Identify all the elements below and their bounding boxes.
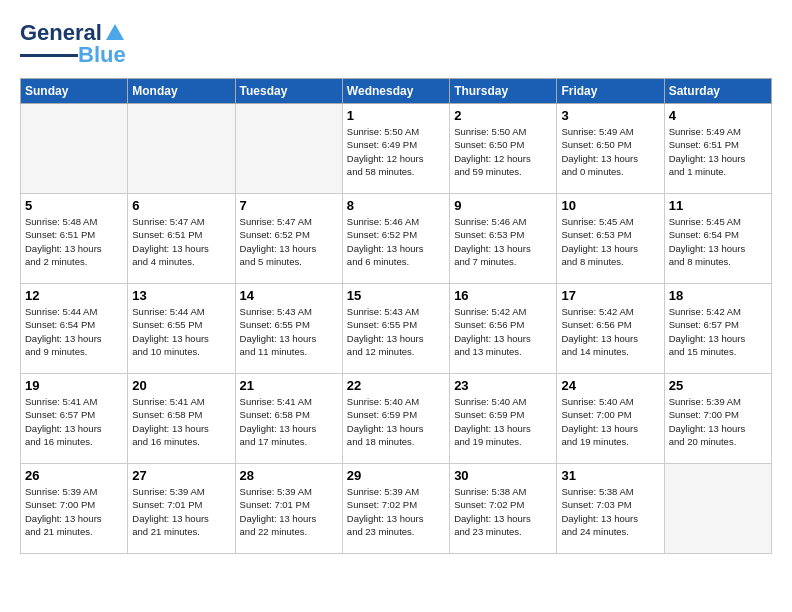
weekday-header-friday: Friday — [557, 79, 664, 104]
day-number: 5 — [25, 198, 123, 213]
day-number: 31 — [561, 468, 659, 483]
day-number: 14 — [240, 288, 338, 303]
day-cell: 7Sunrise: 5:47 AM Sunset: 6:52 PM Daylig… — [235, 194, 342, 284]
day-cell: 31Sunrise: 5:38 AM Sunset: 7:03 PM Dayli… — [557, 464, 664, 554]
logo-icon — [104, 22, 126, 44]
day-number: 21 — [240, 378, 338, 393]
day-number: 11 — [669, 198, 767, 213]
day-number: 8 — [347, 198, 445, 213]
day-number: 1 — [347, 108, 445, 123]
day-cell: 8Sunrise: 5:46 AM Sunset: 6:52 PM Daylig… — [342, 194, 449, 284]
day-info: Sunrise: 5:45 AM Sunset: 6:53 PM Dayligh… — [561, 215, 659, 268]
day-number: 7 — [240, 198, 338, 213]
day-info: Sunrise: 5:40 AM Sunset: 6:59 PM Dayligh… — [454, 395, 552, 448]
day-number: 3 — [561, 108, 659, 123]
day-cell: 27Sunrise: 5:39 AM Sunset: 7:01 PM Dayli… — [128, 464, 235, 554]
day-cell: 15Sunrise: 5:43 AM Sunset: 6:55 PM Dayli… — [342, 284, 449, 374]
day-info: Sunrise: 5:41 AM Sunset: 6:58 PM Dayligh… — [240, 395, 338, 448]
week-row-4: 19Sunrise: 5:41 AM Sunset: 6:57 PM Dayli… — [21, 374, 772, 464]
day-cell: 18Sunrise: 5:42 AM Sunset: 6:57 PM Dayli… — [664, 284, 771, 374]
day-number: 16 — [454, 288, 552, 303]
day-info: Sunrise: 5:48 AM Sunset: 6:51 PM Dayligh… — [25, 215, 123, 268]
day-info: Sunrise: 5:47 AM Sunset: 6:52 PM Dayligh… — [240, 215, 338, 268]
day-number: 28 — [240, 468, 338, 483]
calendar-table: SundayMondayTuesdayWednesdayThursdayFrid… — [20, 78, 772, 554]
day-info: Sunrise: 5:41 AM Sunset: 6:58 PM Dayligh… — [132, 395, 230, 448]
day-cell: 2Sunrise: 5:50 AM Sunset: 6:50 PM Daylig… — [450, 104, 557, 194]
day-info: Sunrise: 5:46 AM Sunset: 6:52 PM Dayligh… — [347, 215, 445, 268]
page-header: General Blue — [20, 20, 772, 68]
day-number: 24 — [561, 378, 659, 393]
week-row-5: 26Sunrise: 5:39 AM Sunset: 7:00 PM Dayli… — [21, 464, 772, 554]
day-number: 26 — [25, 468, 123, 483]
week-row-3: 12Sunrise: 5:44 AM Sunset: 6:54 PM Dayli… — [21, 284, 772, 374]
day-info: Sunrise: 5:40 AM Sunset: 7:00 PM Dayligh… — [561, 395, 659, 448]
day-number: 4 — [669, 108, 767, 123]
day-cell: 25Sunrise: 5:39 AM Sunset: 7:00 PM Dayli… — [664, 374, 771, 464]
day-info: Sunrise: 5:41 AM Sunset: 6:57 PM Dayligh… — [25, 395, 123, 448]
day-cell — [21, 104, 128, 194]
day-info: Sunrise: 5:49 AM Sunset: 6:50 PM Dayligh… — [561, 125, 659, 178]
day-info: Sunrise: 5:39 AM Sunset: 7:01 PM Dayligh… — [240, 485, 338, 538]
day-cell: 19Sunrise: 5:41 AM Sunset: 6:57 PM Dayli… — [21, 374, 128, 464]
day-number: 13 — [132, 288, 230, 303]
logo-blue: Blue — [78, 42, 126, 68]
day-number: 15 — [347, 288, 445, 303]
svg-marker-0 — [106, 24, 124, 40]
day-info: Sunrise: 5:47 AM Sunset: 6:51 PM Dayligh… — [132, 215, 230, 268]
day-cell: 17Sunrise: 5:42 AM Sunset: 6:56 PM Dayli… — [557, 284, 664, 374]
weekday-header-saturday: Saturday — [664, 79, 771, 104]
day-cell: 4Sunrise: 5:49 AM Sunset: 6:51 PM Daylig… — [664, 104, 771, 194]
day-info: Sunrise: 5:39 AM Sunset: 7:02 PM Dayligh… — [347, 485, 445, 538]
day-number: 12 — [25, 288, 123, 303]
day-number: 27 — [132, 468, 230, 483]
day-info: Sunrise: 5:39 AM Sunset: 7:01 PM Dayligh… — [132, 485, 230, 538]
day-cell: 3Sunrise: 5:49 AM Sunset: 6:50 PM Daylig… — [557, 104, 664, 194]
day-number: 18 — [669, 288, 767, 303]
day-number: 22 — [347, 378, 445, 393]
day-cell: 12Sunrise: 5:44 AM Sunset: 6:54 PM Dayli… — [21, 284, 128, 374]
day-info: Sunrise: 5:39 AM Sunset: 7:00 PM Dayligh… — [25, 485, 123, 538]
day-cell: 13Sunrise: 5:44 AM Sunset: 6:55 PM Dayli… — [128, 284, 235, 374]
day-number: 23 — [454, 378, 552, 393]
weekday-header-tuesday: Tuesday — [235, 79, 342, 104]
weekday-header-sunday: Sunday — [21, 79, 128, 104]
day-number: 25 — [669, 378, 767, 393]
day-info: Sunrise: 5:39 AM Sunset: 7:00 PM Dayligh… — [669, 395, 767, 448]
day-cell: 28Sunrise: 5:39 AM Sunset: 7:01 PM Dayli… — [235, 464, 342, 554]
day-number: 6 — [132, 198, 230, 213]
day-number: 10 — [561, 198, 659, 213]
day-info: Sunrise: 5:44 AM Sunset: 6:55 PM Dayligh… — [132, 305, 230, 358]
day-info: Sunrise: 5:43 AM Sunset: 6:55 PM Dayligh… — [347, 305, 445, 358]
day-cell — [128, 104, 235, 194]
day-number: 30 — [454, 468, 552, 483]
day-cell: 29Sunrise: 5:39 AM Sunset: 7:02 PM Dayli… — [342, 464, 449, 554]
day-cell: 23Sunrise: 5:40 AM Sunset: 6:59 PM Dayli… — [450, 374, 557, 464]
day-cell: 21Sunrise: 5:41 AM Sunset: 6:58 PM Dayli… — [235, 374, 342, 464]
day-cell: 1Sunrise: 5:50 AM Sunset: 6:49 PM Daylig… — [342, 104, 449, 194]
week-row-1: 1Sunrise: 5:50 AM Sunset: 6:49 PM Daylig… — [21, 104, 772, 194]
week-row-2: 5Sunrise: 5:48 AM Sunset: 6:51 PM Daylig… — [21, 194, 772, 284]
day-info: Sunrise: 5:43 AM Sunset: 6:55 PM Dayligh… — [240, 305, 338, 358]
day-cell: 30Sunrise: 5:38 AM Sunset: 7:02 PM Dayli… — [450, 464, 557, 554]
day-info: Sunrise: 5:40 AM Sunset: 6:59 PM Dayligh… — [347, 395, 445, 448]
weekday-header-thursday: Thursday — [450, 79, 557, 104]
day-info: Sunrise: 5:38 AM Sunset: 7:02 PM Dayligh… — [454, 485, 552, 538]
day-cell: 16Sunrise: 5:42 AM Sunset: 6:56 PM Dayli… — [450, 284, 557, 374]
day-info: Sunrise: 5:46 AM Sunset: 6:53 PM Dayligh… — [454, 215, 552, 268]
day-cell: 6Sunrise: 5:47 AM Sunset: 6:51 PM Daylig… — [128, 194, 235, 284]
day-number: 17 — [561, 288, 659, 303]
day-cell: 9Sunrise: 5:46 AM Sunset: 6:53 PM Daylig… — [450, 194, 557, 284]
day-info: Sunrise: 5:42 AM Sunset: 6:57 PM Dayligh… — [669, 305, 767, 358]
day-info: Sunrise: 5:45 AM Sunset: 6:54 PM Dayligh… — [669, 215, 767, 268]
day-cell: 24Sunrise: 5:40 AM Sunset: 7:00 PM Dayli… — [557, 374, 664, 464]
day-cell: 10Sunrise: 5:45 AM Sunset: 6:53 PM Dayli… — [557, 194, 664, 284]
day-cell — [664, 464, 771, 554]
weekday-header-monday: Monday — [128, 79, 235, 104]
day-number: 20 — [132, 378, 230, 393]
day-info: Sunrise: 5:42 AM Sunset: 6:56 PM Dayligh… — [454, 305, 552, 358]
day-info: Sunrise: 5:38 AM Sunset: 7:03 PM Dayligh… — [561, 485, 659, 538]
day-number: 19 — [25, 378, 123, 393]
day-cell: 14Sunrise: 5:43 AM Sunset: 6:55 PM Dayli… — [235, 284, 342, 374]
day-info: Sunrise: 5:50 AM Sunset: 6:49 PM Dayligh… — [347, 125, 445, 178]
